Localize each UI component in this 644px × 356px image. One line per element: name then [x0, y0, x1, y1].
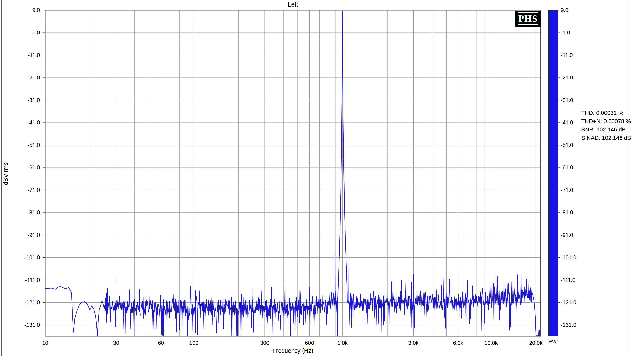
- x-axis-title: Frequency (Hz): [45, 348, 540, 354]
- svg-text:-101.0: -101.0: [24, 254, 40, 261]
- spectrum-trace: [45, 12, 540, 336]
- logo-text: PHS: [518, 14, 538, 23]
- snr-readout: SNR: 102.146 dB: [581, 125, 631, 134]
- svg-text:10: 10: [42, 340, 48, 346]
- svg-text:-31.0: -31.0: [27, 97, 40, 103]
- svg-text:-111.0: -111.0: [561, 277, 576, 283]
- svg-text:-11.0: -11.0: [28, 52, 40, 58]
- svg-text:-51.0: -51.0: [27, 142, 40, 148]
- svg-text:-81.0: -81.0: [27, 209, 40, 216]
- svg-text:-131.0: -131.0: [24, 322, 40, 328]
- svg-text:-121.0: -121.0: [561, 299, 576, 306]
- svg-text:1.0k: 1.0k: [337, 340, 348, 346]
- svg-text:30: 30: [113, 340, 119, 346]
- colorbar-label: Pwr: [542, 338, 564, 345]
- svg-text:-1.0: -1.0: [561, 29, 570, 36]
- sinad-readout: SINAD: 102.146 dB: [581, 134, 631, 142]
- svg-text:-81.0: -81.0: [561, 209, 573, 216]
- svg-text:100: 100: [189, 340, 198, 346]
- svg-text:300: 300: [260, 340, 269, 346]
- svg-text:3.0k: 3.0k: [408, 340, 419, 346]
- svg-text:-11.0: -11.0: [561, 52, 573, 58]
- svg-text:-121.0: -121.0: [24, 299, 40, 306]
- svg-text:10.0k: 10.0k: [484, 340, 498, 346]
- svg-text:6.0k: 6.0k: [453, 340, 464, 346]
- phs-logo: PHS: [516, 10, 540, 27]
- svg-text:-91.0: -91.0: [561, 232, 573, 238]
- svg-text:-71.0: -71.0: [561, 187, 573, 193]
- svg-text:20.0k: 20.0k: [529, 340, 543, 346]
- svg-text:-21.0: -21.0: [27, 74, 40, 81]
- svg-text:-111.0: -111.0: [25, 277, 40, 283]
- power-colorbar: [548, 10, 558, 336]
- svg-text:600: 600: [305, 340, 314, 346]
- x-axis-ticks: 1030601003006001.0k3.0k6.0k10.0k20.0k: [42, 340, 543, 346]
- svg-text:-41.0: -41.0: [561, 119, 573, 126]
- x-gridlines: [90, 10, 536, 336]
- svg-text:-61.0: -61.0: [27, 164, 40, 171]
- spectrum-plot: 9.0-1.0-11.0-21.0-31.0-41.0-51.0-61.0-71…: [0, 0, 644, 356]
- svg-text:9.0: 9.0: [32, 7, 40, 13]
- svg-text:-131.0: -131.0: [561, 322, 576, 328]
- spectrum-analyzer-view: Left dBV rms 9.0-1.0-11.0-21.0-31.0-41.0…: [0, 0, 644, 356]
- svg-text:-61.0: -61.0: [561, 164, 573, 171]
- y-axis-ticks: 9.0-1.0-11.0-21.0-31.0-41.0-51.0-61.0-71…: [24, 7, 45, 328]
- svg-text:9.0: 9.0: [561, 7, 568, 13]
- svg-text:60: 60: [158, 340, 164, 346]
- plot-border: [45, 10, 540, 336]
- svg-text:-41.0: -41.0: [27, 119, 40, 126]
- logo-rule-bottom: [518, 24, 538, 25]
- svg-text:-1.0: -1.0: [30, 29, 40, 36]
- svg-text:-31.0: -31.0: [561, 97, 573, 103]
- svg-text:-51.0: -51.0: [561, 142, 573, 148]
- y-gridlines: [45, 32, 540, 325]
- thd-readout: THD: 0.00031 %: [581, 109, 631, 117]
- svg-text:-101.0: -101.0: [561, 254, 576, 261]
- svg-text:-71.0: -71.0: [27, 187, 40, 193]
- svg-text:-21.0: -21.0: [561, 74, 573, 81]
- thdn-readout: THD+N: 0.00078 %: [581, 117, 631, 125]
- measurement-readouts: THD: 0.00031 % THD+N: 0.00078 % SNR: 102…: [581, 109, 631, 142]
- svg-text:-91.0: -91.0: [27, 232, 40, 238]
- colorbar-ticks: 9.0-1.0-11.0-21.0-31.0-41.0-51.0-61.0-71…: [558, 7, 576, 328]
